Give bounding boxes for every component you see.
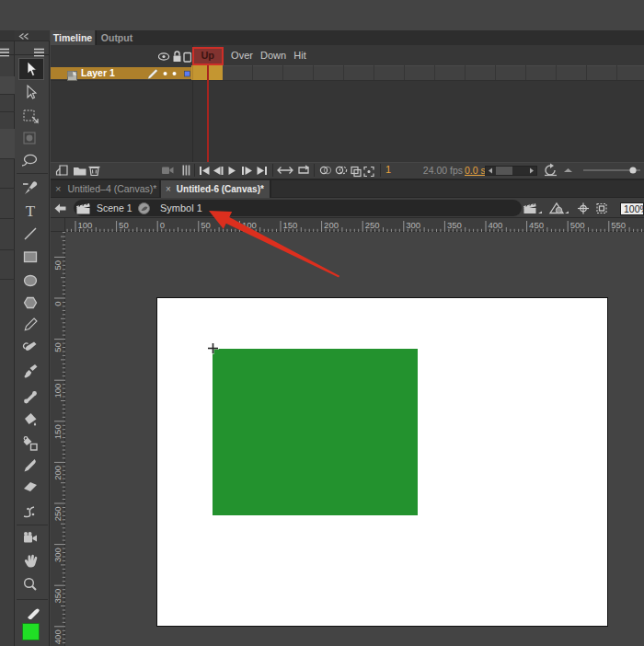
- svg-text:400: 400: [52, 629, 63, 644]
- svg-text:300: 300: [52, 548, 63, 562]
- svg-text:250: 250: [52, 507, 63, 522]
- svg-text:350: 350: [447, 220, 462, 230]
- svg-text:250: 250: [365, 220, 380, 230]
- svg-text:50: 50: [52, 260, 63, 271]
- svg-text:0: 0: [52, 302, 63, 306]
- svg-text:500: 500: [570, 220, 585, 230]
- svg-text:200: 200: [324, 220, 339, 230]
- svg-text:100: 100: [242, 220, 257, 230]
- svg-text:400: 400: [489, 220, 503, 230]
- svg-text:0: 0: [160, 220, 165, 230]
- svg-text:300: 300: [406, 220, 420, 230]
- svg-text:350: 350: [52, 589, 63, 604]
- svg-text:450: 450: [529, 220, 544, 230]
- svg-text:200: 200: [52, 466, 63, 480]
- svg-text:150: 150: [283, 220, 298, 230]
- svg-text:100: 100: [52, 384, 63, 398]
- svg-text:50: 50: [201, 220, 211, 230]
- svg-text:550: 550: [611, 220, 626, 230]
- svg-text:50: 50: [52, 342, 63, 352]
- svg-text:100: 100: [78, 220, 93, 230]
- svg-text:50: 50: [119, 220, 129, 230]
- svg-text:T: T: [26, 202, 36, 220]
- svg-text:150: 150: [52, 424, 63, 439]
